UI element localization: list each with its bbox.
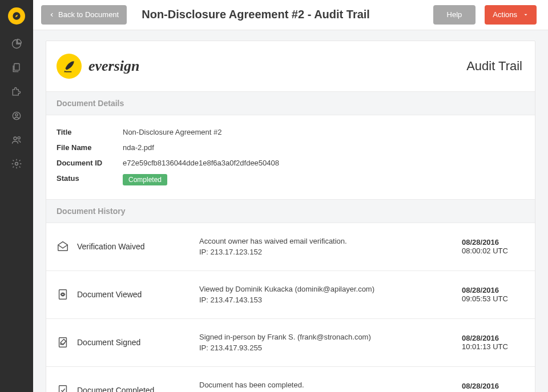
back-to-document-button[interactable]: Back to Document bbox=[41, 5, 127, 25]
history-desc: Account owner has waived email verificat… bbox=[199, 236, 454, 247]
detail-value: Non-Disclosure Agreement #2 bbox=[123, 128, 221, 136]
svg-rect-0 bbox=[14, 64, 19, 71]
svg-point-4 bbox=[18, 137, 20, 139]
caret-down-icon bbox=[523, 12, 529, 18]
detail-row-title: Title Non-Disclosure Agreement #2 bbox=[57, 124, 525, 140]
history-date: 08/28/2016 bbox=[462, 382, 525, 390]
puzzle-icon bbox=[11, 86, 22, 98]
svg-point-2 bbox=[15, 114, 18, 116]
status-badge: Completed bbox=[123, 174, 167, 185]
documents-icon bbox=[11, 62, 22, 74]
history-desc: Viewed by Dominik Kukacka (dominik@apila… bbox=[199, 284, 454, 295]
sidebar bbox=[0, 0, 33, 392]
gear-icon bbox=[11, 158, 22, 169]
history-ip: IP: 213.47.143.153 bbox=[199, 294, 454, 306]
actions-button-label: Actions bbox=[493, 10, 517, 19]
history-desc: Signed in-person by Frank S. (frank@stro… bbox=[199, 332, 454, 343]
help-button-label: Help bbox=[447, 10, 462, 19]
detail-label: Document ID bbox=[57, 159, 123, 167]
sidebar-item-contacts[interactable] bbox=[0, 104, 33, 128]
sidebar-item-documents[interactable] bbox=[0, 56, 33, 80]
feather-icon bbox=[62, 59, 76, 74]
history-time: 09:05:53 UTC bbox=[462, 294, 508, 303]
history-item: Document Viewed Viewed by Dominik Kukack… bbox=[46, 271, 535, 319]
svg-rect-6 bbox=[59, 290, 67, 300]
history-item: Document Completed Document has been com… bbox=[46, 367, 535, 392]
history-label: Document Viewed bbox=[77, 290, 191, 299]
brand-name: eversign bbox=[88, 58, 140, 75]
brand-icon bbox=[57, 54, 82, 79]
check-document-icon bbox=[57, 384, 69, 392]
history-date: 08/28/2016 bbox=[462, 334, 525, 342]
page-title: Non-Disclosure Agreement #2 - Audit Trai… bbox=[142, 8, 424, 21]
sidebar-item-team[interactable] bbox=[0, 128, 33, 152]
history-date: 08/28/2016 bbox=[462, 238, 525, 246]
app-logo[interactable] bbox=[0, 0, 33, 32]
document-details: Title Non-Disclosure Agreement #2 File N… bbox=[46, 115, 535, 199]
detail-row-status: Status Completed bbox=[57, 171, 525, 189]
history-label: Verification Waived bbox=[77, 242, 191, 251]
section-header-history: Document History bbox=[46, 199, 535, 223]
svg-point-5 bbox=[15, 163, 18, 165]
topbar: Back to Document Non-Disclosure Agreemen… bbox=[33, 0, 548, 30]
detail-value: e72e59cfb8136044dde1e8f6a3a0f2dfdee50408 bbox=[123, 159, 279, 167]
detail-row-docid: Document ID e72e59cfb8136044dde1e8f6a3a0… bbox=[57, 155, 525, 171]
pie-chart-icon bbox=[11, 38, 22, 50]
chevron-left-icon bbox=[49, 12, 55, 18]
mail-open-icon bbox=[57, 240, 69, 253]
detail-label: Title bbox=[57, 128, 123, 136]
detail-label: File Name bbox=[57, 143, 123, 152]
history-label: Document Signed bbox=[77, 338, 191, 347]
svg-point-7 bbox=[62, 293, 64, 296]
eye-document-icon bbox=[57, 288, 69, 301]
history-ip: IP: 213.17.123.152 bbox=[199, 246, 454, 258]
detail-label: Status bbox=[57, 174, 123, 185]
svg-point-3 bbox=[14, 137, 17, 140]
history-desc: Document has been completed. bbox=[199, 379, 454, 391]
actions-button[interactable]: Actions bbox=[485, 5, 537, 25]
person-ring-icon bbox=[11, 110, 22, 122]
history-item: Document Signed Signed in-person by Fran… bbox=[46, 319, 535, 367]
history-time: 08:00:02 UTC bbox=[462, 246, 508, 255]
signature-icon bbox=[57, 336, 69, 349]
history-ip: IP: 213.417.93.255 bbox=[199, 342, 454, 354]
detail-row-filename: File Name nda-2.pdf bbox=[57, 140, 525, 155]
history-date: 08/28/2016 bbox=[462, 286, 525, 294]
audit-trail-card: eversign Audit Trail Document Details Ti… bbox=[46, 41, 535, 392]
history-label: Document Completed bbox=[77, 386, 191, 392]
people-icon bbox=[11, 134, 22, 146]
compass-icon bbox=[12, 11, 21, 21]
sidebar-item-dashboard[interactable] bbox=[0, 32, 33, 56]
history-list: Verification Waived Account owner has wa… bbox=[46, 223, 535, 392]
sidebar-item-templates[interactable] bbox=[0, 80, 33, 104]
back-button-label: Back to Document bbox=[58, 10, 119, 19]
sidebar-item-settings[interactable] bbox=[0, 152, 33, 176]
section-header-details: Document Details bbox=[46, 91, 535, 115]
brand: eversign bbox=[57, 54, 140, 79]
history-item: Verification Waived Account owner has wa… bbox=[46, 223, 535, 271]
history-time: 10:01:13 UTC bbox=[462, 342, 508, 351]
help-button[interactable]: Help bbox=[433, 5, 476, 25]
detail-value: nda-2.pdf bbox=[123, 143, 154, 152]
card-title: Audit Trail bbox=[466, 59, 522, 74]
